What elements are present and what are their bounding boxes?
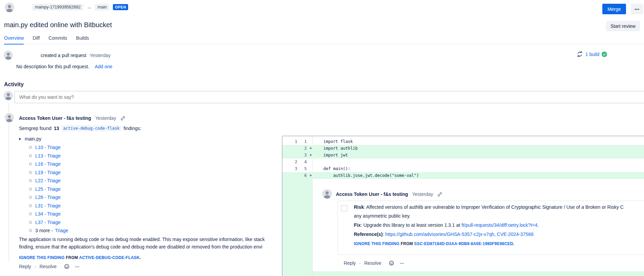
line-number-new[interactable]: 6	[299, 173, 307, 178]
line-number-old[interactable]: 1	[282, 139, 299, 144]
rule-link[interactable]: active-debug-code-flask	[61, 125, 121, 131]
status-badge: OPEN	[113, 4, 128, 10]
diff-line[interactable]: 24	[282, 159, 644, 165]
tab-overview[interactable]: Overview	[4, 35, 24, 44]
line-number-new[interactable]: 2	[299, 146, 307, 151]
finding-link[interactable]: L28 - Triage	[35, 195, 61, 200]
resolve-button[interactable]: Resolve	[364, 260, 381, 266]
ignore-finding-link[interactable]: IGNORE THIS FINDING	[19, 255, 64, 260]
ignore-finding-link[interactable]: IGNORE THIS FINDING	[354, 241, 399, 246]
permalink-icon[interactable]	[120, 116, 125, 121]
fix-text: : Upgrade this library to at least versi…	[361, 222, 461, 228]
bullet-icon	[29, 196, 32, 199]
finding-link-row[interactable]: L19 - Triage	[19, 168, 68, 177]
diff-line[interactable]: 11import flask	[282, 138, 644, 145]
line-number-new[interactable]: 5	[299, 166, 307, 171]
finding-link-row[interactable]: L10 - Triage	[19, 143, 68, 152]
finding-link[interactable]: L10 - Triage	[35, 145, 61, 150]
start-review-button[interactable]: Start review	[606, 21, 640, 31]
add-reaction-icon[interactable]	[389, 260, 394, 266]
finding-card: Risk: Affected versions of authlib are v…	[338, 201, 644, 255]
tab-commits[interactable]: Commits	[48, 35, 67, 44]
more-options-button[interactable]: •••	[631, 4, 643, 14]
diff-panel: 11import flask 2+import authlib 3+import…	[282, 136, 644, 276]
comment-input[interactable]	[15, 91, 644, 103]
finding-link[interactable]: L34 - Triage	[35, 211, 61, 217]
bullet-icon	[29, 146, 32, 149]
finding-link-row[interactable]: L25 - Triage	[19, 185, 68, 194]
finding-link[interactable]: L22 - Triage	[35, 178, 61, 183]
source-branch-chip[interactable]: mainpy-1719939562682	[32, 4, 83, 11]
reference-link-1[interactable]: https://github.com/advisories/GHSA-5357-…	[385, 232, 494, 237]
finding-link[interactable]: L37 - Triage	[35, 220, 61, 225]
line-number-old[interactable]: 2	[282, 160, 299, 164]
finding-checkbox[interactable]	[341, 205, 347, 211]
resolve-button[interactable]: Resolve	[39, 264, 57, 269]
permalink-icon[interactable]	[437, 192, 442, 197]
fix-label: Fix	[354, 222, 361, 228]
more-findings-link[interactable]: Triage	[55, 228, 68, 233]
finding-link-row[interactable]: L28 - Triage	[19, 193, 68, 202]
reply-button[interactable]: Reply	[19, 264, 31, 269]
ignore-rule-link[interactable]: ACTIVE-DEBUG-CODE-FLASK	[79, 255, 140, 260]
finding-link-row[interactable]: L34 - Triage	[19, 210, 68, 218]
diff-line[interactable]: 3+import jwt	[282, 152, 644, 159]
semgrep-intro-prefix: Semgrep found	[19, 126, 52, 131]
build-success-icon	[602, 52, 607, 57]
finding-link-row[interactable]: L22 - Triage	[19, 177, 68, 185]
target-branch-chip[interactable]: main	[95, 4, 109, 11]
line-number-new[interactable]: 4	[299, 160, 307, 164]
finding-link[interactable]: L16 - Triage	[35, 161, 61, 167]
diff-line[interactable]: 35def main():	[282, 165, 644, 172]
finding-link-row[interactable]: L16 - Triage	[19, 160, 68, 168]
finding-link[interactable]: L19 - Triage	[35, 170, 61, 175]
code-text: def main():	[314, 166, 350, 171]
line-number-new[interactable]: 1	[299, 139, 307, 144]
bullet-icon	[29, 163, 32, 165]
bullet-icon	[29, 171, 32, 174]
diff-line[interactable]: 2+import authlib	[282, 145, 644, 152]
bullet-icon	[29, 213, 32, 215]
dot-separator: ·	[359, 260, 361, 266]
period: .	[140, 255, 141, 260]
comment-time[interactable]: Yesterday	[95, 115, 116, 121]
diff-line[interactable]: 6+ authlib.jose.jwt.decode("some-val")	[282, 172, 644, 179]
add-reaction-icon[interactable]	[64, 264, 69, 269]
builds-link[interactable]: 1 build	[585, 52, 599, 57]
comment-more-icon[interactable]: ⋯	[400, 261, 405, 266]
tab-diff[interactable]: Diff	[33, 35, 40, 44]
code-text: authlib.jose.jwt.decode("some-val")	[314, 173, 419, 178]
builds-icon	[577, 51, 583, 57]
risk-text: : Affected versions of authlib are vulne…	[364, 204, 624, 210]
add-description-link[interactable]: Add one	[95, 64, 112, 69]
activity-heading: Activity	[4, 81, 24, 88]
finding-link-row[interactable]: L13 - Triage	[19, 152, 68, 160]
ignore-id-link[interactable]: SSC-ED87184D-D3AA-9DB8-8A0E-1980F9E66CED	[414, 241, 513, 246]
reference-link-2[interactable]: CVE-2024-37568	[497, 232, 534, 237]
inline-comment-time[interactable]: Yesterday	[412, 191, 433, 197]
fix-link[interactable]: ft/pull-requests/34/diff:oetry.lock?t=4	[462, 222, 538, 228]
reply-button[interactable]: Reply	[344, 260, 356, 266]
tab-builds[interactable]: Builds	[76, 35, 89, 44]
finding-link[interactable]: L31 - Triage	[35, 203, 61, 208]
line-number-old[interactable]: 3	[282, 166, 299, 171]
finding-link[interactable]: L13 - Triage	[35, 153, 61, 159]
finding-link-row[interactable]: L37 - Triage	[19, 218, 68, 227]
comment-author[interactable]: Access Token User - f&s testing	[19, 115, 91, 121]
inline-comment-author[interactable]: Access Token User - f&s testing	[336, 191, 408, 197]
comment-more-icon[interactable]: ⋯	[75, 264, 80, 269]
merge-button[interactable]: Merge	[602, 4, 626, 14]
bullet-icon	[29, 229, 32, 232]
bullet-icon	[29, 221, 32, 224]
file-name: main.py	[25, 136, 41, 142]
finding-link[interactable]: L25 - Triage	[35, 186, 61, 192]
line-number-new[interactable]: 3	[299, 153, 307, 158]
dot-separator: ·	[35, 264, 36, 269]
file-list-item: main.py	[19, 134, 68, 143]
period: .	[513, 241, 515, 246]
references-label: Reference(s)	[354, 232, 383, 237]
page-title: main.py edited online with Bitbucket	[4, 21, 112, 29]
branch-arrow-icon: →	[87, 4, 92, 10]
finding-link-row[interactable]: L31 - Triage	[19, 202, 68, 210]
colon: :	[383, 232, 385, 237]
